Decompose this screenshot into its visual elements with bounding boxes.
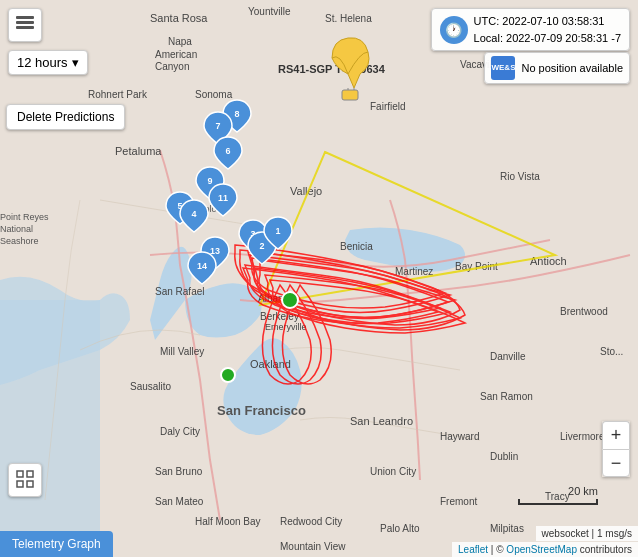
svg-text:San Bruno: San Bruno xyxy=(155,466,203,477)
svg-text:Sonoma: Sonoma xyxy=(195,89,233,100)
svg-text:Oakland: Oakland xyxy=(250,358,291,370)
svg-text:San Rafael: San Rafael xyxy=(155,286,204,297)
svg-rect-70 xyxy=(16,26,34,29)
telemetry-graph-button[interactable]: Telemetry Graph xyxy=(0,531,113,557)
position-status: No position available xyxy=(521,62,623,74)
zoom-controls: + − xyxy=(602,421,630,477)
svg-text:San Mateo: San Mateo xyxy=(155,496,204,507)
svg-text:Seashore: Seashore xyxy=(0,236,39,246)
svg-text:San Francisco: San Francisco xyxy=(217,403,306,418)
svg-text:Santa Rosa: Santa Rosa xyxy=(150,12,208,24)
svg-rect-69 xyxy=(16,21,34,24)
svg-text:Albany: Albany xyxy=(258,293,289,304)
osm-link[interactable]: OpenStreetMap xyxy=(506,544,577,555)
svg-text:Napa: Napa xyxy=(168,36,192,47)
svg-text:Redwood City: Redwood City xyxy=(280,516,342,527)
utc-time: UTC: 2022-07-10 03:58:31 xyxy=(474,13,621,30)
chevron-down-icon: ▾ xyxy=(72,55,79,70)
svg-text:American: American xyxy=(155,49,197,60)
svg-text:Sausalito: Sausalito xyxy=(130,381,172,392)
hours-label: 12 hours xyxy=(17,55,68,70)
svg-text:Petaluma: Petaluma xyxy=(115,145,162,157)
svg-text:Milpitas: Milpitas xyxy=(490,523,524,534)
svg-text:Danville: Danville xyxy=(490,351,526,362)
svg-rect-71 xyxy=(17,471,23,477)
svg-text:Yountville: Yountville xyxy=(248,6,291,17)
svg-text:Fairfield: Fairfield xyxy=(370,101,406,112)
expand-button[interactable] xyxy=(8,463,42,497)
local-time: Local: 2022-07-09 20:58:31 -7 xyxy=(474,30,621,47)
utc-info-panel: 🕐 UTC: 2022-07-10 03:58:31 Local: 2022-0… xyxy=(431,8,630,51)
delete-predictions-button[interactable]: Delete Predictions xyxy=(6,104,125,130)
svg-text:Mill Valley: Mill Valley xyxy=(160,346,204,357)
expand-icon xyxy=(16,470,34,491)
scale-bar: 20 km xyxy=(518,485,598,505)
svg-rect-73 xyxy=(17,481,23,487)
svg-text:Brentwood: Brentwood xyxy=(560,306,608,317)
svg-text:Benicia: Benicia xyxy=(340,241,373,252)
leaflet-link[interactable]: Leaflet xyxy=(458,544,488,555)
zoom-in-button[interactable]: + xyxy=(602,421,630,449)
svg-text:San Leandro: San Leandro xyxy=(350,415,413,427)
svg-text:San Pablo: San Pablo xyxy=(175,204,217,214)
svg-rect-72 xyxy=(27,471,33,477)
svg-text:Dublin: Dublin xyxy=(490,451,518,462)
svg-text:Bay Point: Bay Point xyxy=(455,261,498,272)
svg-text:Livermore: Livermore xyxy=(560,431,605,442)
clock-icon: 🕐 xyxy=(440,16,468,44)
svg-text:Emeryville: Emeryville xyxy=(265,322,307,332)
attribution-contributors: contributors xyxy=(580,544,632,555)
map-container: Santa Rosa Sonoma Rohnert Park Petaluma … xyxy=(0,0,638,557)
websocket-status: websocket | 1 msg/s xyxy=(536,526,638,541)
hours-dropdown[interactable]: 12 hours ▾ xyxy=(8,50,88,75)
scale-line xyxy=(518,499,598,505)
scale-label: 20 km xyxy=(568,485,598,497)
svg-rect-74 xyxy=(27,481,33,487)
svg-text:RS41-SGP T4830634: RS41-SGP T4830634 xyxy=(278,63,386,75)
svg-text:Mountain View: Mountain View xyxy=(280,541,346,552)
svg-rect-68 xyxy=(16,16,34,19)
svg-text:Hayward: Hayward xyxy=(440,431,479,442)
svg-text:Martinez: Martinez xyxy=(395,266,433,277)
zoom-out-button[interactable]: − xyxy=(602,449,630,477)
attribution: Leaflet | © OpenStreetMap contributors xyxy=(452,542,638,557)
svg-text:Rio Vista: Rio Vista xyxy=(500,171,540,182)
svg-text:Canyon: Canyon xyxy=(155,61,189,72)
utc-text: UTC: 2022-07-10 03:58:31 Local: 2022-07-… xyxy=(474,13,621,46)
svg-text:Vallejo: Vallejo xyxy=(290,185,322,197)
svg-text:Half Moon Bay: Half Moon Bay xyxy=(195,516,261,527)
svg-text:Fremont: Fremont xyxy=(440,496,477,507)
svg-text:Sto...: Sto... xyxy=(600,346,623,357)
svg-text:Union City: Union City xyxy=(370,466,416,477)
svg-text:San Ramon: San Ramon xyxy=(480,391,533,402)
svg-text:Rohnert Park: Rohnert Park xyxy=(88,89,148,100)
wes-badge: WE&S No position available xyxy=(484,52,630,84)
layers-icon xyxy=(15,16,35,35)
wes-icon: WE&S xyxy=(491,56,515,80)
layers-button[interactable] xyxy=(8,8,42,42)
svg-text:Point Reyes: Point Reyes xyxy=(0,212,49,222)
svg-text:St. Helena: St. Helena xyxy=(325,13,372,24)
svg-text:Daly City: Daly City xyxy=(160,426,200,437)
svg-text:Palo Alto: Palo Alto xyxy=(380,523,420,534)
attribution-separator: | © xyxy=(491,544,507,555)
svg-text:Berkeley: Berkeley xyxy=(260,311,299,322)
svg-text:Antioch: Antioch xyxy=(530,255,567,267)
svg-text:National: National xyxy=(0,224,33,234)
